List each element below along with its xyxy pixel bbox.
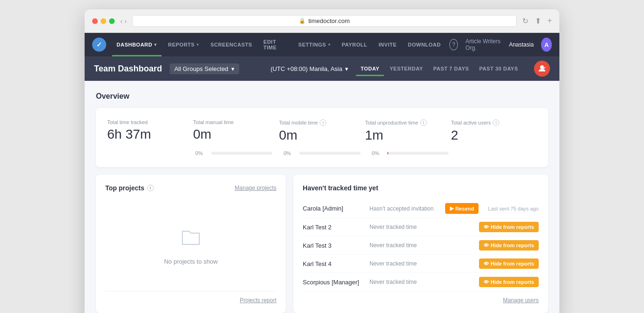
folder-icon: [180, 226, 202, 252]
projects-report-link[interactable]: Projects report: [240, 297, 276, 304]
nav-right: ? Article Writers Org. Anastasia A: [449, 38, 552, 52]
resend-button[interactable]: ▶ Resend: [445, 203, 479, 214]
lock-icon: 🔒: [299, 18, 306, 24]
user-name: Karl Test 2: [303, 224, 364, 231]
table-row: Carola [Admin] Hasn't accepted invitatio…: [303, 199, 539, 218]
hide-icon: 👁: [484, 243, 489, 248]
hide-from-reports-button[interactable]: 👁 Hide from reports: [479, 277, 539, 287]
metric-mobile-time: Total mobile time i 0m: [279, 119, 365, 143]
resend-icon: ▶: [450, 205, 454, 211]
help-icon[interactable]: ?: [449, 39, 458, 50]
nav-item-payroll[interactable]: PAYROLL: [337, 33, 372, 56]
unproductive-progress: 0%: [372, 150, 460, 156]
user-status: Hasn't accepted invitation: [369, 205, 440, 212]
manual-progress-label: 0%: [196, 150, 207, 156]
forward-icon[interactable]: ›: [125, 17, 127, 25]
unproductive-progress-bar: [387, 152, 449, 155]
active-users-spacer: [460, 150, 537, 156]
nav-item-download[interactable]: DOWNLOAD: [403, 33, 446, 56]
browser-actions: ↻ ⬆ +: [522, 16, 552, 25]
chevron-down-icon: ▾: [328, 42, 331, 47]
mobile-progress: 0%: [283, 150, 372, 156]
untracked-card: Haven't tracked time yet Carola [Admin] …: [293, 175, 548, 313]
user-status: Never tracked time: [369, 242, 473, 249]
user-name: Scorpious [Manager]: [303, 279, 364, 286]
mobile-progress-bar: [299, 152, 361, 155]
hide-icon: 👁: [484, 279, 489, 285]
user-name: Karl Test 3: [303, 242, 364, 249]
manage-users-link[interactable]: Manage users: [503, 297, 539, 304]
minimize-button[interactable]: [101, 18, 106, 24]
metric-unproductive-time: Total unproductive time i 1m: [365, 119, 451, 143]
metrics-row: Total time tracked 6h 37m Total manual t…: [107, 119, 537, 143]
chevron-down-icon: ▾: [154, 42, 157, 47]
nav-arrows: ‹ ›: [120, 17, 126, 25]
table-row: Karl Test 2 Never tracked time 👁 Hide fr…: [303, 218, 539, 236]
filter-past7days[interactable]: PAST 7 DAYS: [429, 63, 474, 74]
metric-total-time: Total time tracked 6h 37m: [107, 119, 193, 143]
logo-icon: ✓: [92, 38, 106, 52]
user-status: Never tracked time: [369, 224, 473, 230]
maximize-button[interactable]: [109, 18, 115, 24]
overview-card: Total time tracked 6h 37m Total manual t…: [96, 108, 548, 167]
nav-item-screencasts[interactable]: SCREENCASTS: [206, 33, 257, 56]
mobile-progress-label: 0%: [283, 150, 295, 156]
close-button[interactable]: [92, 18, 98, 24]
metric-manual-time-value: 0m: [193, 127, 268, 142]
reload-icon[interactable]: ↻: [522, 16, 528, 25]
hide-from-reports-button[interactable]: 👁 Hide from reports: [479, 222, 539, 232]
user-name: Carola [Admin]: [303, 205, 364, 212]
metric-mobile-time-label: Total mobile time i: [279, 119, 354, 126]
share-icon[interactable]: ⬆: [535, 16, 541, 25]
progress-bars-row: 0% 0% 0%: [107, 150, 537, 156]
overview-title: Overview: [96, 92, 548, 101]
date-filters: TODAY YESTERDAY PAST 7 DAYS PAST 30 DAYS: [356, 63, 523, 74]
back-icon[interactable]: ‹: [120, 17, 123, 25]
hide-from-reports-button[interactable]: 👁 Hide from reports: [479, 240, 539, 250]
manage-projects-link[interactable]: Manage projects: [235, 185, 276, 191]
filter-today[interactable]: TODAY: [356, 63, 384, 74]
metric-manual-time-label: Total manual time: [193, 119, 268, 125]
filter-past30days[interactable]: PAST 30 DAYS: [475, 63, 523, 74]
browser-window: ‹ › 🔒 timedoctor.com ↻ ⬆ + ✓ DASHBOARD ▾…: [85, 9, 559, 313]
projects-card-footer: Projects report: [105, 291, 276, 304]
nav-logo: ✓: [92, 38, 106, 52]
add-user-button[interactable]: [534, 61, 550, 77]
nav-item-reports[interactable]: REPORTS ▾: [164, 33, 204, 56]
user-name: Anastasia: [509, 41, 534, 48]
projects-title: Top projects i: [105, 184, 154, 192]
info-icon[interactable]: i: [147, 185, 154, 191]
chevron-down-icon: ▾: [231, 65, 235, 72]
new-tab-icon[interactable]: +: [548, 16, 552, 25]
projects-card: Top projects i Manage projects No projec…: [96, 175, 286, 313]
user-status: Never tracked time: [369, 260, 473, 267]
info-icon[interactable]: i: [320, 119, 326, 126]
nav-item-dashboard[interactable]: DASHBOARD ▾: [112, 33, 162, 56]
main-content: Overview Total time tracked 6h 37m Total…: [85, 81, 559, 313]
chevron-down-icon: ▾: [345, 65, 348, 72]
page-title: Team Dashboard: [94, 64, 162, 74]
metric-unproductive-time-label: Total unproductive time i: [365, 119, 440, 126]
timezone-label: (UTC +08:00) Manila, Asia: [270, 65, 342, 72]
url-text: timedoctor.com: [308, 17, 350, 24]
group-selector[interactable]: All Groups Selected ▾: [170, 63, 239, 74]
org-name: Article Writers Org.: [465, 38, 501, 51]
nav-item-invite[interactable]: INVITE: [374, 33, 401, 56]
untracked-title: Haven't tracked time yet: [303, 184, 539, 192]
timezone-selector[interactable]: (UTC +08:00) Manila, Asia ▾: [270, 65, 348, 72]
hide-from-reports-button[interactable]: 👁 Hide from reports: [479, 258, 539, 269]
table-row: Karl Test 4 Never tracked time 👁 Hide fr…: [303, 255, 539, 273]
chevron-down-icon: ▾: [196, 42, 199, 47]
metric-total-time-label: Total time tracked: [107, 119, 182, 125]
filter-yesterday[interactable]: YESTERDAY: [385, 63, 428, 74]
nav-item-edittime[interactable]: EDIT TIME: [259, 33, 291, 56]
metric-unproductive-time-value: 1m: [365, 128, 440, 143]
user-avatar[interactable]: A: [541, 38, 552, 52]
table-row: Scorpious [Manager] Never tracked time 👁…: [303, 273, 539, 291]
info-icon[interactable]: i: [493, 119, 499, 126]
user-name: Karl Test 4: [303, 260, 364, 267]
nav-item-settings[interactable]: SETTINGS ▾: [294, 33, 336, 56]
metric-manual-time: Total manual time 0m: [193, 119, 279, 143]
info-icon[interactable]: i: [420, 119, 427, 126]
address-bar[interactable]: 🔒 timedoctor.com: [132, 15, 516, 27]
